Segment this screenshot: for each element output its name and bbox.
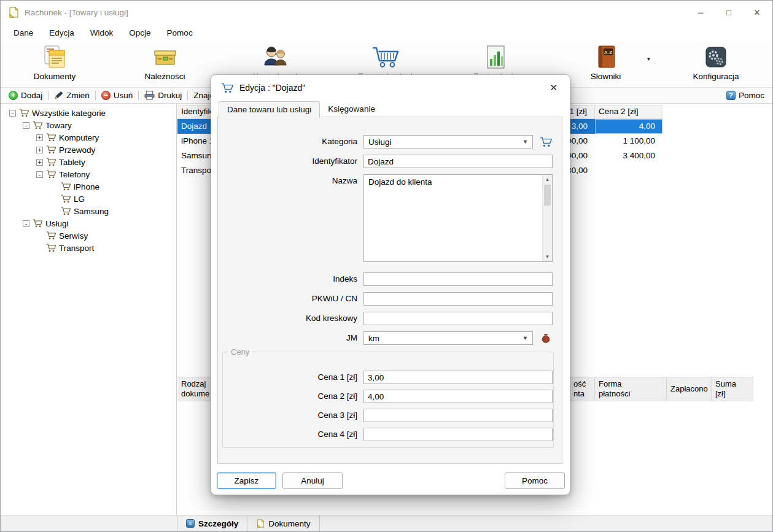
cancel-button[interactable]: Anuluj (282, 472, 343, 489)
identifier-input[interactable] (363, 155, 553, 168)
tree-item-uslugi[interactable]: - Usługi (1, 217, 176, 229)
dialog-help-button[interactable]: Pomoc (505, 472, 565, 489)
collapse-icon[interactable]: - (36, 171, 43, 178)
tree-label: LG (74, 195, 85, 204)
tree-item-tablety[interactable]: + Tablety (1, 156, 176, 168)
document-icon (256, 519, 265, 528)
menu-opcje[interactable]: Opcje (121, 26, 158, 40)
tab-szczegoly[interactable]: ≡ Szczegóły (177, 515, 247, 531)
save-button[interactable]: Zapisz (217, 472, 276, 489)
printer-icon (144, 91, 155, 100)
unit-moneybag-button[interactable] (538, 331, 553, 345)
column-header-partial[interactable]: ość nta (572, 377, 595, 401)
scroll-up-icon[interactable]: ▲ (543, 177, 552, 182)
help-toolbar-button[interactable]: ? Pomoc (723, 91, 767, 100)
category-cart-button[interactable] (538, 135, 553, 148)
toolbar-dokumenty[interactable]: Dokumenty (17, 43, 93, 87)
maximize-button[interactable]: □ (715, 1, 743, 24)
price3-label: Cena 3 [zł] (211, 409, 357, 422)
tree-label: Transport (59, 244, 94, 253)
name-textarea[interactable]: Dojazd do klienta ▲ ▼ (363, 174, 553, 262)
scrollbar-thumb[interactable] (544, 185, 551, 206)
expand-icon[interactable]: + (36, 159, 43, 166)
cart-icon (221, 83, 233, 93)
menu-pomoc[interactable]: Pomoc (159, 26, 201, 40)
tree-item-komputery[interactable]: + Komputery (1, 131, 176, 144)
menu-widok[interactable]: Widok (82, 26, 122, 40)
tree-item-przewody[interactable]: + Przewody (1, 144, 176, 156)
column-header-forma-platnosci[interactable]: Forma płatności (595, 377, 667, 401)
scrollbar[interactable]: ▲ ▼ (542, 175, 552, 261)
toolbar-label: Należności (144, 72, 185, 81)
tree-label: Komputery (59, 133, 99, 142)
toolbar-label: Dokumenty (34, 72, 76, 81)
svg-text:A-Z: A-Z (604, 50, 612, 55)
price4-input[interactable] (363, 428, 553, 441)
menu-dane[interactable]: Dane (6, 26, 41, 40)
category-select[interactable]: Usługi ▼ (363, 135, 533, 148)
tree-item-iphone[interactable]: iPhone (1, 180, 176, 193)
toolbar-konfiguracja[interactable]: Konfiguracja (678, 43, 754, 87)
category-value: Usługi (368, 137, 392, 147)
collapse-icon[interactable]: - (23, 220, 29, 227)
expand-icon[interactable]: + (36, 134, 43, 141)
dialog-title: Edycja : "Dojazd" (239, 83, 305, 93)
table-cell[interactable]: 4,00 (595, 119, 662, 134)
slowniki-dropdown-icon[interactable]: ▼ (647, 56, 651, 62)
close-button[interactable]: ✕ (743, 1, 771, 24)
table-cell[interactable] (595, 163, 662, 178)
tree-item-transport[interactable]: Transport (1, 242, 176, 254)
price1-input[interactable] (363, 371, 553, 384)
tab-dane-towaru[interactable]: Dane towaru lub usługi (219, 101, 320, 118)
tree-item-samsung[interactable]: Samsung (1, 205, 176, 217)
column-header-cena2[interactable]: Cena 2 [zł] (595, 105, 662, 119)
menu-edycja[interactable]: Edycja (41, 26, 82, 40)
collapse-icon[interactable]: - (9, 110, 16, 117)
barcode-input[interactable] (363, 312, 553, 325)
price2-input[interactable] (363, 390, 553, 403)
collapse-icon[interactable]: - (23, 122, 29, 129)
tab-label: Szczegóły (198, 519, 238, 528)
toolbar-label: Słowniki (591, 72, 621, 81)
dialog-close-icon[interactable]: ✕ (547, 81, 560, 94)
tree-item-wszystkie-kategorie[interactable]: - Wszystkie kategorie (1, 107, 176, 119)
index-input[interactable] (363, 272, 553, 286)
table-cell[interactable]: 1 100,00 (595, 134, 662, 148)
name-label: Nazwa (211, 174, 357, 188)
price3-input[interactable] (363, 409, 553, 422)
edit-button[interactable]: Zmień (51, 91, 93, 100)
tree-label: Serwisy (59, 231, 88, 241)
toolbar-naleznosci[interactable]: Należności (127, 43, 203, 87)
tree-label: Usługi (45, 219, 69, 228)
scroll-down-icon[interactable]: ▼ (543, 254, 552, 260)
column-header-suma[interactable]: Suma [zł] (712, 377, 753, 401)
add-button[interactable]: + Dodaj (6, 91, 45, 100)
category-tree: - Wszystkie kategorie - Towary + Kompute… (1, 104, 177, 515)
price1-label: Cena 1 [zł] (211, 371, 357, 384)
tree-item-serwisy[interactable]: Serwisy (1, 229, 176, 242)
unit-select[interactable]: km ▼ (363, 331, 533, 345)
delete-button[interactable]: − Usuń (98, 91, 136, 100)
expand-icon[interactable]: + (36, 147, 43, 153)
print-button[interactable]: Drukuj (141, 91, 185, 100)
index-label: Indeks (211, 272, 357, 286)
toolbar-slowniki[interactable]: A-Z Słowniki ▼ (568, 43, 644, 87)
cart-icon (61, 182, 71, 191)
add-icon: + (9, 91, 18, 100)
pkwiu-input[interactable] (363, 292, 553, 306)
minimize-button[interactable]: ─ (686, 1, 715, 24)
cart-icon (33, 219, 42, 228)
tree-item-towary[interactable]: - Towary (1, 119, 176, 131)
prices-group-title: Ceny (228, 347, 252, 357)
tree-label: Przewody (59, 145, 95, 155)
dialog-tabs: Dane towaru lub usługi Księgowanie (219, 101, 383, 117)
table-cell[interactable]: 3 400,00 (595, 148, 662, 163)
contractors-icon (261, 43, 289, 71)
tree-item-telefony[interactable]: - Telefony (1, 168, 176, 180)
tab-ksiegowanie[interactable]: Księgowanie (320, 101, 383, 117)
cart-icon (61, 207, 71, 215)
documents-icon (42, 43, 68, 71)
tab-dokumenty[interactable]: Dokumenty (247, 515, 319, 531)
column-header-zaplacono[interactable]: Zapłacono (667, 377, 712, 401)
tree-item-lg[interactable]: LG (1, 193, 176, 205)
